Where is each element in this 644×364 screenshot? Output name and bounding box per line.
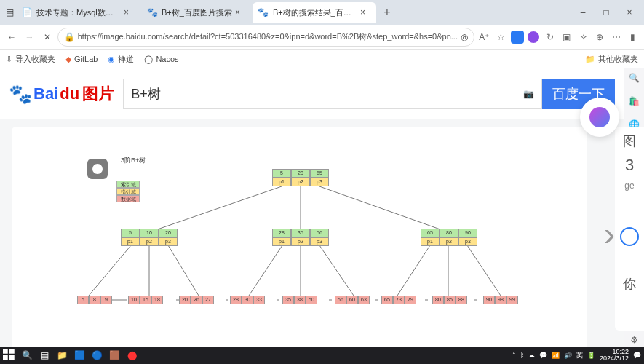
wechat-icon[interactable]: 💬 (539, 352, 547, 359)
leaf-cell: 35 (282, 296, 294, 304)
leaf-cell: 28 (230, 296, 242, 304)
cert-icon[interactable]: ◎ (461, 32, 468, 42)
leaf-node: 353850 (282, 296, 317, 304)
ime-icon[interactable]: 英 (576, 351, 583, 360)
close-window-button[interactable]: × (618, 2, 641, 23)
fav-zen[interactable]: ◉禅道 (108, 54, 134, 65)
baidu-logo[interactable]: 🐾 Baidu 图片 (9, 83, 114, 106)
sound-icon[interactable]: 🔊 (564, 352, 572, 359)
stop-button[interactable]: ✕ (40, 28, 55, 47)
leaf-cell: 20 (179, 296, 191, 304)
close-icon[interactable]: × (360, 7, 370, 17)
notifications-icon[interactable]: 💬 (633, 352, 641, 359)
leaf-cell: 80 (432, 296, 444, 304)
other-favorites[interactable]: 📁其他收藏夹 (585, 54, 638, 65)
refresh-icon[interactable]: ↻ (544, 28, 557, 46)
search-value: B+树 (131, 85, 523, 103)
circle-icon (620, 227, 639, 246)
brain-icon (589, 107, 610, 127)
leaf-node: 101518 (128, 296, 163, 304)
fav-nacos[interactable]: ◯Nacos (144, 55, 178, 64)
fav-gitlab[interactable]: ◆GitLab (65, 55, 98, 64)
leaf-cell: 8 (89, 296, 100, 304)
tab-3-title: B+树的搜索结果_百度图片搜索 (273, 7, 357, 18)
bluetooth-icon[interactable]: ᛒ (520, 352, 524, 359)
downloads-icon[interactable]: ⊕ (593, 28, 607, 46)
import-favorites[interactable]: ⇩导入收藏夹 (6, 54, 55, 65)
image-search-input[interactable]: B+树 📷 (123, 79, 542, 109)
close-icon[interactable]: × (124, 7, 134, 17)
baidu-icon: 🐾 (258, 7, 269, 17)
svg-line-0 (149, 186, 282, 232)
new-tab-button[interactable]: + (378, 3, 397, 22)
leaf-node: 283033 (230, 296, 265, 304)
legend-index: 索引域 (116, 181, 140, 188)
lock-icon: 🔒 (64, 32, 75, 42)
leaf-cell: 65 (381, 296, 393, 304)
extension-icon[interactable] (527, 28, 541, 46)
battery-icon[interactable]: 🔋 (587, 352, 595, 359)
collections-icon[interactable]: ✧ (576, 28, 590, 46)
tab-2[interactable]: 🐾 B+树_百度图片搜索 × (141, 2, 251, 23)
gitlab-icon: ◆ (65, 55, 71, 64)
svg-line-8 (319, 245, 354, 296)
system-tray[interactable]: ˄ ᛒ ☁ 💬 📶 🔊 英 🔋 10:222024/3/12 💬 (512, 349, 641, 362)
recording-icon[interactable]: ⬤ (125, 349, 138, 362)
svg-line-5 (168, 245, 199, 296)
forward-button[interactable]: → (22, 28, 36, 47)
tab-3[interactable]: 🐾 B+树的搜索结果_百度图片搜索 × (253, 2, 376, 23)
maximize-button[interactable]: □ (595, 2, 618, 23)
internal-node-3: 65p1 80p2 90p3 (421, 229, 477, 246)
url-text: https://image.baidu.com/search/detail?ct… (78, 31, 458, 42)
baidu-icon: 🐾 (147, 7, 157, 17)
app-icon[interactable]: 🟫 (108, 349, 121, 362)
right-panel-peek: 图3ge 你 (615, 127, 644, 331)
nacos-icon: ◯ (144, 55, 153, 64)
leaf-node: 566063 (335, 296, 370, 304)
back-button[interactable]: ← (4, 28, 19, 47)
root-node: 5p1 28p2 65p3 (272, 169, 329, 186)
next-image-button[interactable]: › (604, 214, 615, 253)
edge-icon[interactable]: 🟦 (73, 349, 86, 362)
camera-icon[interactable]: 📷 (523, 89, 534, 99)
more-icon[interactable]: ⋯ (610, 28, 624, 46)
clock[interactable]: 10:222024/3/12 (600, 349, 629, 362)
settings-icon[interactable]: ⚙ (628, 333, 641, 347)
favorites-bar: ⇩导入收藏夹 ◆GitLab ◉禅道 ◯Nacos 📁其他收藏夹 (0, 50, 644, 68)
ai-assistant-button[interactable] (580, 98, 619, 137)
image-detail-panel: 3阶B+树 索引域 指针域 数据域 5p1 28p2 65p3 5p1 (12, 127, 587, 352)
search-taskbar-icon[interactable]: 🔍 (20, 349, 33, 362)
tab-action-icon[interactable]: ▤ (3, 6, 16, 19)
leaf-cell: 79 (405, 296, 416, 304)
minimize-button[interactable]: – (571, 2, 595, 23)
svg-rect-13 (9, 349, 15, 354)
chrome-icon[interactable]: 🔵 (90, 349, 103, 362)
search-icon[interactable]: 🔍 (628, 71, 641, 84)
browser-titlebar: ▤ 📄 技术专题：Mysql数据库（视图... × 🐾 B+树_百度图片搜索 ×… (0, 0, 644, 25)
windows-taskbar: 🔍 ▤ 📁 🟦 🔵 🟫 ⬤ ˄ ᛒ ☁ 💬 📶 🔊 英 🔋 10:222024/… (0, 347, 644, 364)
split-icon[interactable]: ▣ (560, 28, 574, 46)
svg-line-3 (89, 245, 131, 296)
leaf-cell: 15 (140, 296, 151, 304)
shopping-icon[interactable]: 🛍️ (628, 95, 641, 108)
explorer-icon[interactable]: 📁 (55, 349, 68, 362)
sidebar-toggle-icon[interactable]: ▮ (626, 28, 640, 46)
onedrive-tray-icon[interactable]: ☁ (528, 352, 535, 359)
leaf-node: 589 (77, 296, 112, 304)
favorite-icon[interactable]: ☆ (494, 28, 508, 46)
svg-line-2 (319, 186, 448, 232)
tray-up-icon[interactable]: ˄ (512, 352, 516, 359)
internal-node-2: 28p1 35p2 56p3 (272, 229, 329, 246)
taskview-icon[interactable]: ▤ (38, 349, 51, 362)
network-icon[interactable]: 📶 (552, 352, 560, 359)
read-aloud-icon[interactable]: A⁺ (477, 28, 491, 46)
folder-icon: 📁 (585, 55, 595, 64)
svg-line-6 (249, 245, 282, 296)
url-field[interactable]: 🔒 https://image.baidu.com/search/detail?… (57, 28, 474, 47)
start-button[interactable] (3, 349, 16, 362)
app-badge-icon[interactable] (510, 28, 524, 46)
tab-1-title: 技术专题：Mysql数据库（视图... (36, 7, 121, 18)
tab-1[interactable]: 📄 技术专题：Mysql数据库（视图... × (16, 2, 140, 23)
leaf-node: 202627 (179, 296, 214, 304)
close-icon[interactable]: × (235, 7, 245, 17)
